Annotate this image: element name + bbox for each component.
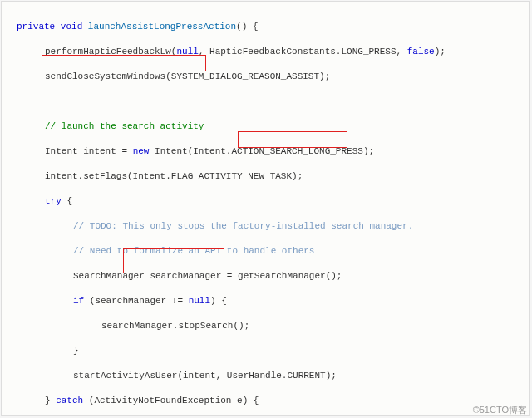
code-line: SearchManager searchManager = getSearchM… [2, 270, 529, 283]
code-comment: // TODO: This only stops the factory-ins… [2, 220, 529, 233]
code-comment: // launch the search activity [2, 120, 529, 133]
code-line: if (searchManager != null) { [2, 295, 529, 307]
blank-line [2, 96, 529, 108]
code-line: try { [2, 195, 529, 208]
code-line: startActivityAsUser(intent, UserHandle.C… [2, 370, 529, 382]
code-line: performHapticFeedbackLw(null, HapticFeed… [2, 46, 529, 58]
code-line: searchManager.stopSearch(); [2, 320, 529, 332]
code-line: Intent intent = new Intent(Intent.ACTION… [2, 145, 529, 158]
code-comment: // Need to formalize an API to handle ot… [2, 245, 529, 258]
code-line: } [2, 345, 529, 357]
code-line: private void launchAssistLongPressAction… [2, 21, 529, 33]
watermark: ©51CTO博客 [473, 404, 527, 416]
code-line: intent.setFlags(Intent.FLAG_ACTIVITY_NEW… [2, 170, 529, 183]
code-line: sendCloseSystemWindows(SYSTEM_DIALOG_REA… [2, 71, 529, 83]
code-view: private void launchAssistLongPressAction… [1, 1, 530, 416]
code-line: } catch (ActivityNotFoundException e) { [2, 395, 529, 407]
